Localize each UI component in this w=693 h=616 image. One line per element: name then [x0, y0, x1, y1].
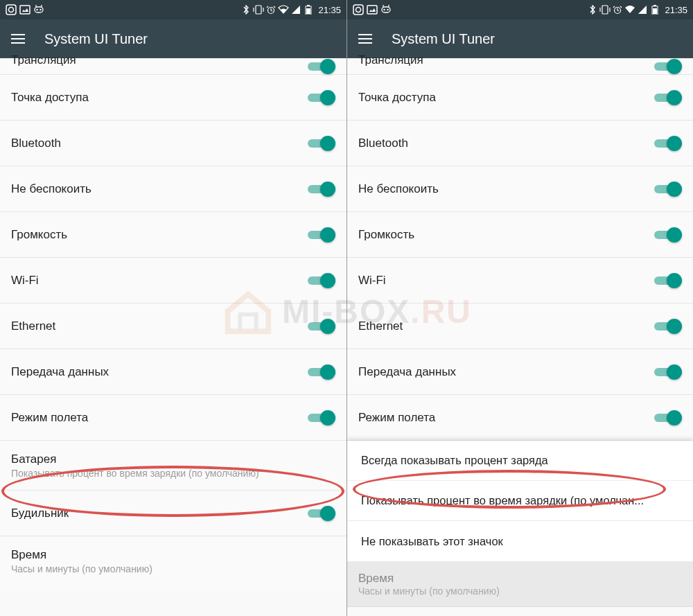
switch-data[interactable]	[308, 364, 335, 380]
battery-status-icon	[303, 4, 314, 15]
svg-rect-2	[20, 6, 30, 14]
bluetooth-icon	[587, 4, 598, 15]
alarm-status-icon	[265, 4, 277, 15]
status-time: 21:35	[318, 5, 341, 15]
row-wifi[interactable]: Wi-Fi	[0, 258, 346, 303]
switch-wifi[interactable]	[308, 273, 335, 288]
row-bluetooth[interactable]: Bluetooth	[347, 121, 693, 166]
row-data[interactable]: Передача данных	[347, 349, 693, 395]
switch-dnd[interactable]	[654, 182, 682, 197]
switch-hotspot[interactable]	[654, 90, 682, 105]
row-volume[interactable]: Громкость	[347, 212, 693, 258]
row-label: Точка доступа	[11, 91, 89, 105]
row-battery[interactable]: Батарея Показывать процент во время заря…	[0, 441, 346, 491]
switch-wifi[interactable]	[654, 273, 682, 288]
row-label: Время	[11, 548, 152, 562]
row-label: Трансляция	[11, 53, 76, 67]
row-hotspot[interactable]: Точка доступа	[347, 75, 693, 121]
option-never-show[interactable]: Не показывать этот значок	[347, 521, 693, 561]
svg-rect-13	[367, 6, 377, 14]
switch-bluetooth[interactable]	[308, 136, 335, 151]
switch-airplane[interactable]	[308, 410, 335, 425]
svg-rect-0	[6, 5, 16, 15]
row-label: Время	[358, 572, 682, 586]
switch-alarm[interactable]	[308, 506, 335, 521]
row-label: Не беспокоить	[11, 182, 91, 196]
row-label: Не беспокоить	[358, 182, 439, 196]
row-sub: Часы и минуты (по умолчанию)	[358, 586, 677, 597]
screen-right: 21:35 System UI Tuner Трансляция Точка д…	[346, 0, 693, 616]
row-alarm[interactable]: Будильник	[0, 491, 346, 536]
notif-icon-3	[380, 4, 392, 15]
row-time-dimmed: Время Часы и минуты (по умолчанию)	[347, 561, 693, 607]
switch-volume[interactable]	[308, 227, 335, 243]
row-time[interactable]: Время Часы и минуты (по умолчанию)	[0, 536, 346, 586]
option-label: Показывать процент во время зарядки (по …	[361, 494, 644, 507]
switch-broadcast[interactable]	[308, 59, 335, 74]
row-label: Трансляция	[358, 53, 423, 67]
notif-icon-2	[19, 4, 30, 15]
switch-bluetooth[interactable]	[654, 136, 682, 151]
row-volume[interactable]: Громкость	[0, 212, 346, 258]
option-label: Не показывать этот значок	[361, 535, 503, 548]
row-label: Режим полета	[11, 411, 88, 425]
row-dnd[interactable]: Не беспокоить	[0, 166, 346, 212]
row-ethernet[interactable]: Ethernet	[347, 303, 693, 349]
svg-point-4	[36, 9, 37, 10]
switch-ethernet[interactable]	[308, 319, 335, 334]
row-label: Громкость	[11, 228, 67, 242]
notif-icon-1	[353, 4, 364, 15]
switch-dnd[interactable]	[308, 182, 335, 197]
svg-rect-20	[653, 5, 656, 6]
switch-ethernet[interactable]	[654, 319, 682, 334]
switch-data[interactable]	[654, 364, 682, 380]
svg-rect-21	[653, 8, 657, 14]
row-ethernet[interactable]: Ethernet	[0, 303, 346, 349]
svg-rect-17	[602, 6, 608, 14]
svg-rect-10	[306, 8, 310, 14]
row-label: Передача данных	[11, 365, 109, 379]
row-sub: Часы и минуты (по умолчанию)	[11, 563, 152, 574]
row-bluetooth[interactable]: Bluetooth	[0, 121, 346, 166]
row-label: Громкость	[358, 228, 414, 242]
row-broadcast[interactable]: Трансляция	[347, 58, 693, 75]
row-label: Батарея	[11, 452, 259, 466]
option-show-charging[interactable]: Показывать процент во время зарядки (по …	[347, 481, 693, 521]
signal-icon	[637, 4, 648, 15]
svg-point-15	[383, 9, 385, 10]
notif-icon-2	[367, 4, 378, 15]
status-bar: 21:35	[347, 0, 693, 19]
row-label: Ethernet	[358, 319, 403, 333]
settings-list: Трансляция Точка доступа Bluetooth Не бе…	[0, 58, 346, 586]
row-label: Будильник	[11, 507, 69, 520]
switch-broadcast[interactable]	[654, 59, 682, 74]
menu-icon[interactable]	[358, 34, 372, 44]
row-dnd[interactable]: Не беспокоить	[347, 166, 693, 212]
switch-hotspot[interactable]	[308, 90, 335, 105]
switch-airplane[interactable]	[654, 410, 682, 425]
svg-point-5	[40, 9, 41, 10]
switch-volume[interactable]	[654, 227, 682, 243]
svg-point-1	[9, 8, 14, 12]
vibrate-icon	[599, 4, 611, 15]
row-label: Передача данных	[358, 365, 456, 379]
row-label: Точка доступа	[358, 91, 436, 105]
row-label: Wi-Fi	[358, 274, 386, 288]
notif-icon-1	[6, 4, 17, 15]
row-label: Ethernet	[11, 319, 55, 333]
row-label: Режим полета	[358, 411, 435, 425]
svg-rect-9	[307, 5, 310, 6]
menu-icon[interactable]	[11, 34, 25, 44]
row-broadcast[interactable]: Трансляция	[0, 58, 346, 75]
row-wifi[interactable]: Wi-Fi	[347, 258, 693, 303]
option-always-show[interactable]: Всегда показывать процент заряда	[347, 441, 693, 481]
row-airplane[interactable]: Режим полета	[0, 395, 346, 441]
status-bar: 21:35	[0, 0, 346, 19]
vibrate-icon	[253, 4, 264, 15]
settings-list: Трансляция Точка доступа Bluetooth Не бе…	[347, 58, 693, 607]
row-hotspot[interactable]: Точка доступа	[0, 75, 346, 121]
svg-rect-6	[256, 6, 261, 14]
row-data[interactable]: Передача данных	[0, 349, 346, 395]
status-time: 21:35	[665, 5, 687, 15]
row-airplane[interactable]: Режим полета	[347, 395, 693, 441]
